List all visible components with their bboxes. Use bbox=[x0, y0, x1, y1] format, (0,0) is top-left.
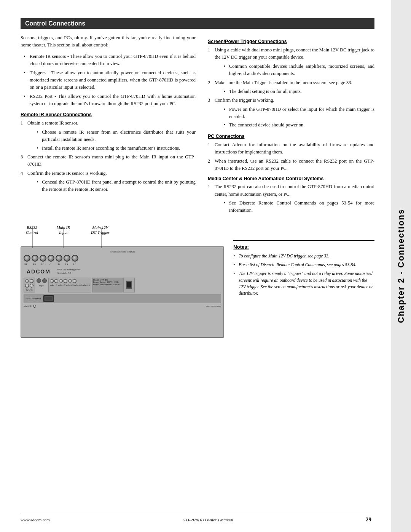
xlr-5 bbox=[56, 255, 62, 262]
pc-connections-header: PC Connections bbox=[208, 134, 374, 139]
xlr-2 bbox=[32, 255, 38, 262]
label-main-12v: Main 12VDC Trigger bbox=[91, 225, 110, 235]
adcom-logo: ADCOM bbox=[24, 267, 54, 276]
label-rs232: RS232Control bbox=[26, 225, 38, 235]
panel-top-label: balanced audio outputs bbox=[24, 250, 221, 253]
remote-ir-steps: 1 Obtain a remote IR sensor. Choose a re… bbox=[21, 120, 196, 193]
note-1: To configure the Main 12V DC trigger, se… bbox=[233, 253, 374, 259]
footer-page-number: 29 bbox=[366, 516, 371, 523]
remote-ir-sub-1-a: Choose a remote IR sensor from an electr… bbox=[37, 129, 196, 144]
xlr-1 bbox=[24, 255, 30, 262]
chapter-tab-text: Chapter 2 - Connections bbox=[396, 209, 406, 323]
pc-step-1: 1 Contact Adcom for information on the a… bbox=[208, 141, 374, 156]
remote-ir-step-1: 1 Obtain a remote IR sensor. Choose a re… bbox=[21, 120, 196, 152]
note-3: The 12V trigger is simply a "trigger" an… bbox=[233, 270, 374, 297]
back-panel: balanced audio outputs RF RS bbox=[21, 246, 224, 338]
xlr-7 bbox=[72, 255, 78, 262]
remote-ir-header: Remote IR Sensor Connections bbox=[21, 112, 196, 117]
pc-step-2: 2 When instructed, use an RS232 cable to… bbox=[208, 158, 374, 173]
footer: www.adcom.com GTP-870HD Owner's Manual 2… bbox=[21, 514, 371, 523]
xlr-6 bbox=[64, 255, 70, 262]
media-center-header: Media Center & Home Automation Control S… bbox=[208, 176, 374, 181]
remote-ir-step-3: 3 Connect the remote IR sensor's mono mi… bbox=[21, 153, 196, 168]
intro-bullet-1: Remote IR sensors - These allow you to c… bbox=[24, 53, 196, 68]
screen-power-step-3: 3 Confirm the trigger is working. Power … bbox=[208, 97, 374, 129]
rs232-port bbox=[43, 295, 54, 302]
pc-connections-steps: 1 Contact Adcom for information on the a… bbox=[208, 141, 374, 173]
intro-bullet-2: Triggers - These allow you to automatica… bbox=[24, 69, 196, 91]
remote-ir-sub-1: Choose a remote IR sensor from an electr… bbox=[37, 129, 196, 152]
xlr-3 bbox=[40, 255, 46, 262]
diagram-left: RS232Control Main IRInput Main 12VDC Tri… bbox=[21, 225, 224, 338]
intro-bullet-3: RS232 Port - This allows you to control … bbox=[24, 93, 196, 108]
remote-ir-sub-4-a: Conceal the GTP-870HD front panel and at… bbox=[37, 179, 196, 193]
remote-ir-sub-4: Conceal the GTP-870HD front panel and at… bbox=[37, 179, 196, 193]
note-2: For a list of Discrete Remote Control Co… bbox=[233, 262, 374, 268]
section-header: Control Connections bbox=[21, 18, 374, 29]
chapter-tab: Chapter 2 - Connections bbox=[391, 0, 411, 532]
footer-website: www.adcom.com bbox=[21, 518, 50, 522]
notes-list: To configure the Main 12V DC trigger, se… bbox=[233, 253, 374, 297]
intro-paragraph: Sensors, triggers, and PCs, oh my. If yo… bbox=[21, 34, 196, 49]
screen-power-step-1: 1 Using a cable with dual mono mini-plug… bbox=[208, 46, 374, 78]
media-step-1: 1 The RS232 port can also be used to con… bbox=[208, 183, 374, 214]
section-title: Control Connections bbox=[25, 20, 370, 27]
notes-title: Notes: bbox=[233, 244, 374, 250]
screen-power-steps: 1 Using a cable with dual mono mini-plug… bbox=[208, 46, 374, 129]
screen-power-header: Screen/Power Trigger Connections bbox=[208, 39, 374, 44]
xlr-4 bbox=[48, 255, 54, 262]
footer-manual: GTP-870HD Owner's Manual bbox=[182, 518, 233, 522]
intro-bullet-list: Remote IR sensors - These allow you to c… bbox=[24, 53, 196, 108]
remote-ir-step-4: 4 Confirm the remote IR sensor is workin… bbox=[21, 170, 196, 193]
screen-power-step-2: 2 Make sure the Main Trigger is enabled … bbox=[208, 79, 374, 96]
remote-ir-sub-1-b: Install the remote IR sensor according t… bbox=[37, 145, 196, 152]
xlr-row bbox=[24, 255, 221, 262]
media-center-steps: 1 The RS232 port can also be used to con… bbox=[208, 183, 374, 214]
label-main-ir: Main IRInput bbox=[57, 225, 70, 235]
diagram-area: RS232Control Main IRInput Main 12VDC Tri… bbox=[21, 225, 374, 338]
notes-box: Notes: To configure the Main 12V DC trig… bbox=[233, 225, 374, 338]
